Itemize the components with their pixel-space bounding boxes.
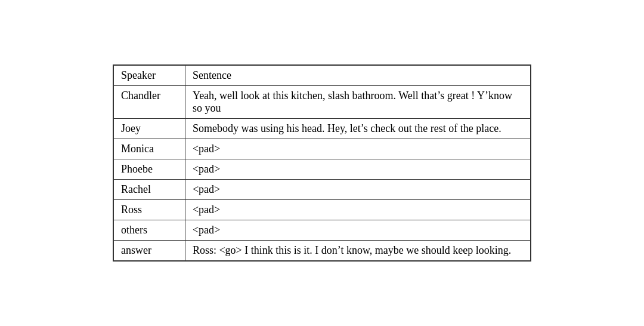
cell-sentence: <pad> [185, 200, 530, 220]
cell-speaker: Chandler [114, 86, 185, 119]
cell-speaker: Monica [114, 139, 185, 159]
cell-speaker: others [114, 220, 185, 241]
cell-sentence: Yeah, well look at this kitchen, slash b… [185, 86, 530, 119]
cell-sentence: <pad> [185, 180, 530, 200]
cell-speaker: Phoebe [114, 159, 185, 180]
header-sentence: Sentence [185, 66, 530, 86]
cell-speaker: Joey [114, 119, 185, 139]
table-row: answerRoss: <go> I think this is it. I d… [114, 241, 531, 261]
cell-speaker: answer [114, 241, 185, 261]
cell-sentence: <pad> [185, 159, 530, 180]
table-row: Phoebe<pad> [114, 159, 531, 180]
table-row: Monica<pad> [114, 139, 531, 159]
cell-sentence: <pad> [185, 220, 530, 241]
cell-sentence: Somebody was using his head. Hey, let’s … [185, 119, 530, 139]
cell-speaker: Rachel [114, 180, 185, 200]
header-speaker: Speaker [114, 66, 185, 86]
table-row: ChandlerYeah, well look at this kitchen,… [114, 86, 531, 119]
table-row: JoeySomebody was using his head. Hey, le… [114, 119, 531, 139]
data-table: Speaker Sentence ChandlerYeah, well look… [113, 64, 531, 262]
table-row: Ross<pad> [114, 200, 531, 220]
table-row: Rachel<pad> [114, 180, 531, 200]
cell-speaker: Ross [114, 200, 185, 220]
cell-sentence: <pad> [185, 139, 530, 159]
cell-sentence: Ross: <go> I think this is it. I don’t k… [185, 241, 530, 261]
table-row: others<pad> [114, 220, 531, 241]
